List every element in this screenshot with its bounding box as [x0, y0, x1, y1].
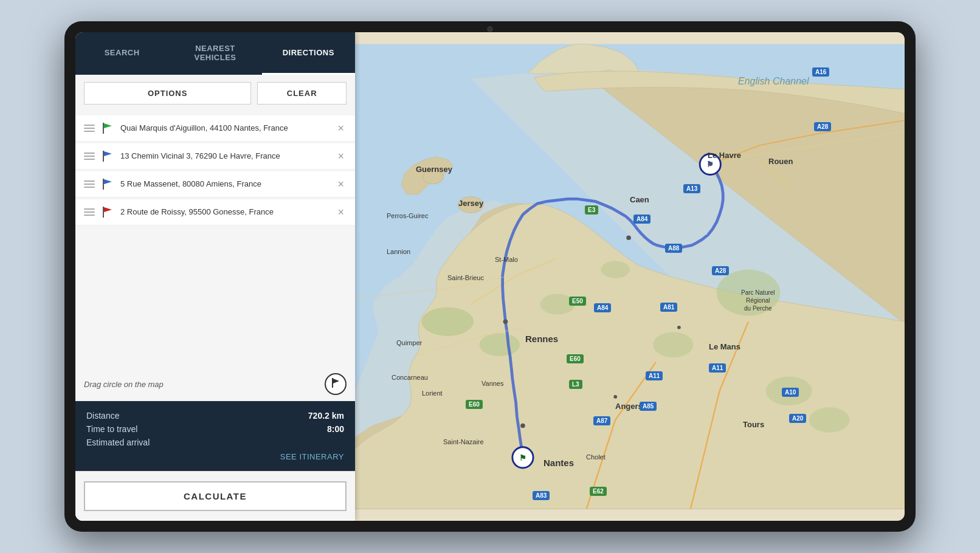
drag-hint-text: Drag circle on the map: [84, 380, 319, 389]
svg-marker-9: [333, 379, 339, 383]
waypoint-row: 13 Chemin Vicinal 3, 76290 Le Havre, Fra…: [75, 143, 355, 170]
svg-rect-2: [103, 151, 104, 162]
svg-point-18: [717, 270, 781, 316]
screen: SEARCH NEAREST VEHICLES DIRECTIONS OPTIO…: [75, 32, 905, 521]
svg-rect-0: [103, 123, 104, 134]
drag-handle[interactable]: [84, 125, 95, 132]
drag-circle-button[interactable]: [325, 373, 347, 395]
svg-rect-4: [103, 179, 104, 190]
tab-directions[interactable]: DIRECTIONS: [262, 32, 355, 75]
options-button[interactable]: OPTIONS: [84, 82, 251, 105]
remove-waypoint-button[interactable]: ×: [335, 177, 347, 191]
camera: [487, 26, 493, 32]
map-area[interactable]: ⚑ ⚑ English Channel Nantes Rennes Le Hav…: [355, 32, 905, 521]
tab-search[interactable]: SEARCH: [75, 32, 168, 75]
see-itinerary-button[interactable]: SEE ITINERARY: [86, 452, 344, 461]
svg-point-51: [677, 326, 681, 329]
flag-in-circle-icon: [330, 377, 342, 391]
svg-point-19: [540, 294, 575, 315]
tab-bar: SEARCH NEAREST VEHICLES DIRECTIONS: [75, 32, 355, 75]
waypoint-text: Quai Marquis d'Aiguillon, 44100 Nantes, …: [120, 123, 329, 134]
svg-marker-7: [104, 207, 112, 212]
svg-rect-8: [332, 378, 333, 388]
distance-value: 720.2 km: [308, 411, 344, 421]
waypoint-text: 5 Rue Massenet, 80080 Amiens, France: [120, 179, 329, 190]
distance-row: Distance 720.2 km: [86, 411, 344, 421]
svg-point-22: [766, 377, 812, 406]
waypoint-text: 13 Chemin Vicinal 3, 76290 Le Havre, Fra…: [120, 151, 329, 162]
waypoints-list: Quai Marquis d'Aiguillon, 44100 Nantes, …: [75, 112, 355, 367]
svg-point-20: [601, 261, 630, 278]
drag-circle-row: Drag circle on the map: [75, 367, 355, 401]
drag-handle[interactable]: [84, 180, 95, 188]
waypoint-row: 2 Route de Roissy, 95500 Gonesse, France…: [75, 199, 355, 225]
svg-point-52: [613, 395, 617, 399]
info-panel: Distance 720.2 km Time to travel 8:00 Es…: [75, 401, 355, 471]
tab-nearest-vehicles[interactable]: NEAREST VEHICLES: [168, 32, 261, 75]
distance-label: Distance: [86, 411, 119, 421]
svg-marker-3: [104, 151, 112, 156]
svg-rect-6: [103, 207, 104, 218]
options-bar: OPTIONS CLEAR: [75, 75, 355, 112]
arrival-label: Estimated arrival: [86, 438, 150, 447]
svg-point-17: [480, 333, 520, 356]
time-label: Time to travel: [86, 424, 137, 434]
svg-point-23: [809, 407, 850, 433]
waypoint-row: Quai Marquis d'Aiguillon, 44100 Nantes, …: [75, 115, 355, 142]
map-svg: ⚑ ⚑: [355, 32, 905, 521]
svg-point-48: [520, 424, 525, 428]
svg-point-47: [626, 235, 631, 240]
waypoint-row: 5 Rue Massenet, 80080 Amiens, France ×: [75, 171, 355, 197]
sidebar: SEARCH NEAREST VEHICLES DIRECTIONS OPTIO…: [75, 32, 355, 521]
time-row: Time to travel 8:00: [86, 424, 344, 434]
svg-point-16: [421, 307, 474, 336]
arrival-row: Estimated arrival: [86, 438, 344, 447]
green-flag-icon: [101, 122, 114, 135]
svg-marker-5: [104, 179, 112, 184]
svg-point-15: [458, 197, 483, 213]
svg-point-14: [423, 170, 443, 184]
remove-waypoint-button[interactable]: ×: [335, 205, 347, 219]
calculate-button[interactable]: CALCULATE: [84, 481, 347, 511]
svg-marker-1: [104, 123, 112, 128]
svg-point-50: [708, 163, 712, 167]
red-flag-icon: [101, 205, 114, 219]
blue-flag-icon: [101, 177, 114, 191]
device-frame: SEARCH NEAREST VEHICLES DIRECTIONS OPTIO…: [64, 21, 916, 532]
blue-flag-icon: [101, 149, 114, 163]
time-value: 8:00: [327, 424, 344, 434]
waypoint-text: 2 Route de Roissy, 95500 Gonesse, France: [120, 207, 329, 218]
calculate-bar: CALCULATE: [75, 471, 355, 521]
clear-button[interactable]: CLEAR: [257, 82, 347, 105]
svg-point-21: [653, 332, 694, 357]
drag-handle[interactable]: [84, 208, 95, 216]
remove-waypoint-button[interactable]: ×: [335, 122, 347, 135]
svg-text:⚑: ⚑: [519, 453, 526, 462]
drag-handle[interactable]: [84, 153, 95, 160]
remove-waypoint-button[interactable]: ×: [335, 149, 347, 163]
svg-point-49: [503, 319, 508, 324]
